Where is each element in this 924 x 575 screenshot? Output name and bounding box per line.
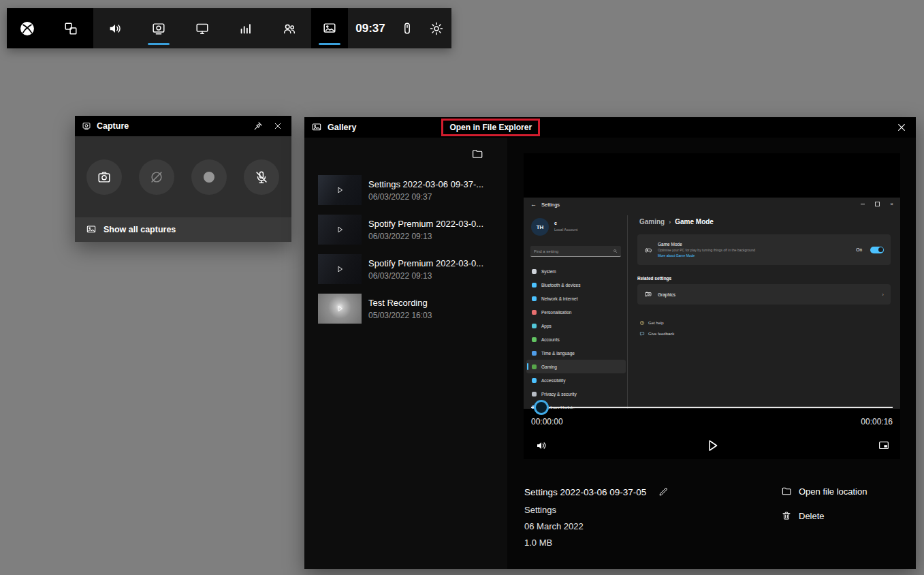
minimize-icon [861,204,865,204]
seek-bar[interactable] [531,407,893,408]
social-button[interactable] [268,8,311,48]
nav-divider [627,215,628,409]
nav-gaming-selected: Gaming [526,360,626,373]
capture-close-button[interactable] [271,119,285,133]
widgets-menu-button[interactable] [48,8,93,48]
list-item-spotify-2[interactable]: Spotify Premium 2022-03-0... 06/03/2022 … [304,254,507,284]
monitor-icon [195,21,210,36]
back-arrow-icon: ← [530,201,537,208]
camera-icon [97,170,112,185]
pin-button[interactable] [251,119,266,134]
open-file-location-button[interactable]: Open file location [781,486,867,497]
captures-list: Settings 2022-03-06 09-37-... 06/03/2022… [304,138,507,569]
gallery-button[interactable] [311,8,348,48]
nav-bluetooth: Bluetooth & devices [526,278,626,292]
xbox-button[interactable] [7,8,48,48]
record-dot-icon [204,172,214,183]
show-all-captures-label: Show all captures [103,225,176,234]
gamepad-icon [644,246,652,254]
play-icon [335,185,345,195]
gallery-titlebar: Gallery Open in File Explorer [304,117,916,138]
video-player[interactable]: ← Settings × TH c Local Account Find a s [524,153,900,459]
elapsed-time: 00:00:00 [531,417,563,426]
open-in-file-explorer-button[interactable]: Open in File Explorer [441,119,540,136]
item-title: Spotify Premium 2022-03-0... [368,219,483,229]
folder-icon [781,486,792,497]
mouse-button[interactable] [393,8,421,48]
picture-in-picture-button[interactable] [876,437,892,454]
accounts-icon [532,337,537,342]
capture-button[interactable] [137,8,180,48]
pin-icon [253,121,264,131]
play-icon [335,225,345,234]
list-item-test-recording[interactable]: Test Recording 05/03/2022 16:03 [304,294,507,324]
screenshot-button[interactable] [86,159,122,195]
delete-button[interactable]: Delete [781,510,867,521]
file-details: Settings 2022-03-06 09-37-05 Settings 06… [524,484,671,548]
account-avatar: TH [531,218,549,236]
settings-button[interactable] [421,8,451,48]
nav-apps: Apps [526,319,626,332]
chevron-right-icon: › [669,219,671,226]
game-mode-link: More about Game Mode [658,253,850,258]
file-name: Settings 2022-03-06 09-37-05 [524,487,646,497]
broadcast-button[interactable] [180,8,224,48]
video-thumbnail [318,175,362,205]
record-last-button[interactable] [139,159,174,195]
file-app: Settings [524,505,671,516]
gpu-icon [644,290,652,298]
account-name: c [554,221,557,226]
capture-icon [151,21,166,36]
seek-handle[interactable] [534,400,549,415]
breadcrumb: Gaming › Game Mode [639,218,714,226]
gallery-icon [311,122,322,133]
item-date: 05/03/2022 16:03 [368,311,432,320]
record-button[interactable] [191,159,227,195]
play-button[interactable] [701,435,723,456]
capture-title: Capture [97,121,129,131]
open-folder-button[interactable] [470,146,485,161]
nav-accessibility: Accessibility [526,373,626,387]
gallery-widget: Gallery Open in File Explorer Settings 2… [304,117,916,569]
accessibility-icon [532,378,537,383]
performance-button[interactable] [224,8,268,48]
account-type: Local Account [554,228,577,232]
volume-button[interactable] [533,437,549,454]
apps-icon [532,324,537,328]
rename-button[interactable] [656,484,671,499]
folder-icon [471,148,483,160]
nav-time-language: Time & language [526,346,626,360]
widgets-icon [63,21,78,36]
capture-titlebar: Capture [75,116,291,136]
video-thumbnail [318,254,362,284]
search-placeholder: Find a setting [534,249,558,253]
video-thumbnail [318,215,362,245]
chevron-right-icon: › [882,292,884,298]
network-icon [532,296,537,301]
gallery-icon [86,224,97,235]
item-title: Spotify Premium 2022-03-0... [368,258,483,268]
mic-toggle-button[interactable] [244,159,279,195]
pip-icon [878,439,890,452]
speaker-icon [535,439,547,452]
gallery-main: ← Settings × TH c Local Account Find a s [507,138,916,569]
nav-accounts: Accounts [526,332,626,346]
gallery-close-button[interactable] [894,120,909,135]
privacy-icon [532,392,537,397]
play-icon [335,304,345,313]
nav-personalisation: Personalisation [526,305,626,319]
item-date: 06/03/2022 09:13 [368,271,483,281]
game-mode-toggle [870,247,884,253]
mic-muted-icon [254,170,269,185]
file-size: 1.0 MB [524,538,671,548]
list-item-settings-recording[interactable]: Settings 2022-03-06 09-37-... 06/03/2022… [304,175,507,205]
list-item-spotify-1[interactable]: Spotify Premium 2022-03-0... 06/03/2022 … [304,215,507,245]
personalisation-icon [532,310,537,315]
play-icon [703,437,721,454]
gaming-icon [532,364,537,369]
audio-button[interactable] [93,8,137,48]
speaker-icon [108,21,123,36]
nav-network: Network & internet [526,292,626,305]
file-date: 06 March 2022 [524,521,671,532]
show-all-captures-button[interactable]: Show all captures [75,217,291,242]
